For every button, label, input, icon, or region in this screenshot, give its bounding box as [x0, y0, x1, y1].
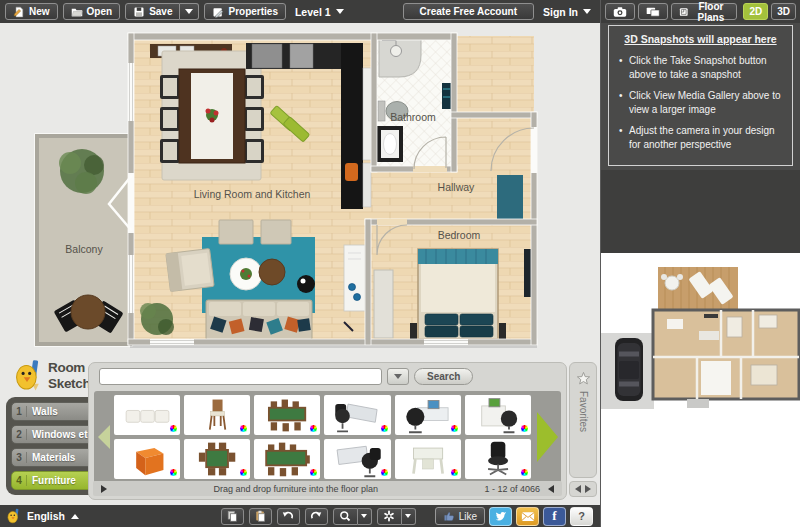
- sofa[interactable]: [206, 300, 312, 340]
- email-button[interactable]: [516, 507, 539, 526]
- floor-plans-icon: [679, 6, 688, 18]
- bedside-table[interactable]: [410, 323, 417, 339]
- media-preview-area: [601, 253, 800, 527]
- bedside-table[interactable]: [499, 323, 506, 339]
- copy-icon: [226, 510, 238, 522]
- settings-dropdown-button[interactable]: [402, 508, 416, 525]
- black-side-table[interactable]: [297, 275, 315, 293]
- view-3d-button[interactable]: 3D: [771, 3, 796, 20]
- room-label-hallway: Hallway: [438, 181, 476, 193]
- floor-plan[interactable]: Living Room and Kitchen Bathroom Hallway…: [0, 23, 600, 375]
- category-furniture[interactable]: 4 Furniture: [11, 471, 98, 490]
- room-label-balcony: Balcony: [65, 243, 103, 255]
- round-side-table[interactable]: [259, 259, 285, 285]
- twitter-bird-icon: [494, 509, 508, 523]
- save-dropdown-button[interactable]: [180, 3, 199, 20]
- color-wheel-icon: [520, 468, 529, 477]
- furniture-item-computer-desk-office-chair[interactable]: [465, 395, 531, 435]
- search-dropdown-button[interactable]: [387, 368, 409, 385]
- furniture-item-office-desk-chair[interactable]: [324, 439, 390, 479]
- help-button[interactable]: ?: [570, 507, 593, 526]
- mascot-icon: [7, 508, 21, 525]
- copy-button[interactable]: [221, 508, 244, 525]
- armchair[interactable]: [166, 248, 214, 291]
- bathroom-vanity[interactable]: [377, 126, 403, 162]
- furniture-item-seat-cushions[interactable]: [114, 395, 180, 435]
- facebook-f-icon: f: [552, 508, 556, 524]
- bottom-bar: English: [0, 505, 600, 527]
- collapse-arrow-icon[interactable]: [101, 485, 107, 493]
- save-button-group: Save: [125, 3, 199, 20]
- favorites-scroll-arrows[interactable]: [569, 481, 597, 497]
- previous-items-arrow-icon[interactable]: [98, 425, 110, 449]
- room-label-living: Living Room and Kitchen: [194, 188, 311, 200]
- search-button[interactable]: Search: [414, 368, 473, 385]
- category-windows[interactable]: 2 Windows etc.: [11, 425, 98, 444]
- furniture-item-black-office-chair[interactable]: [465, 439, 531, 479]
- dining-table[interactable]: [179, 69, 245, 163]
- bedroom-closet[interactable]: [374, 270, 393, 338]
- sign-in-label: Sign In: [543, 6, 578, 18]
- furniture-item-dining-table-six-chairs[interactable]: [254, 395, 320, 435]
- twitter-button[interactable]: [489, 507, 512, 526]
- snapshot-toolbar: Floor Plans 2D 3D: [601, 0, 800, 23]
- next-items-arrow-icon[interactable]: [537, 412, 558, 462]
- doormat[interactable]: [497, 175, 523, 219]
- bed[interactable]: [418, 249, 498, 339]
- ottoman[interactable]: [219, 220, 253, 244]
- category-walls[interactable]: 1 Walls: [11, 402, 98, 421]
- sign-in-menu[interactable]: Sign In: [539, 6, 595, 18]
- furniture-item-wooden-chair[interactable]: [184, 395, 250, 435]
- take-snapshot-button[interactable]: [605, 3, 635, 20]
- shower[interactable]: [379, 39, 421, 77]
- furniture-item-white-desk[interactable]: [395, 439, 461, 479]
- facebook-button[interactable]: f: [543, 507, 566, 526]
- like-label: Like: [459, 511, 477, 522]
- scroll-left-icon[interactable]: [575, 485, 581, 493]
- design-canvas[interactable]: Living Room and Kitchen Bathroom Hallway…: [0, 23, 600, 505]
- save-button[interactable]: Save: [125, 3, 180, 20]
- open-button[interactable]: Open: [63, 3, 121, 20]
- zoom-button[interactable]: [333, 508, 358, 525]
- paste-button[interactable]: [249, 508, 272, 525]
- wardrobe[interactable]: [524, 249, 531, 297]
- furniture-item-square-dining-table[interactable]: [184, 439, 250, 479]
- snapshot-tip: Adjust the camera in your design for ano…: [618, 124, 783, 151]
- new-button-label: New: [29, 6, 50, 17]
- settings-button[interactable]: [377, 508, 402, 525]
- category-materials[interactable]: 3 Materials: [11, 448, 98, 467]
- floor-plans-button[interactable]: Floor Plans: [671, 3, 737, 20]
- bathroom-shelf[interactable]: [442, 83, 451, 109]
- furniture-item-computer-desk-black-chair[interactable]: [395, 395, 461, 435]
- view-2d-button[interactable]: 2D: [743, 3, 768, 20]
- undo-button[interactable]: [277, 508, 300, 525]
- ottoman[interactable]: [261, 220, 291, 244]
- create-free-account-label: Create Free Account: [420, 6, 517, 17]
- redo-button[interactable]: [305, 508, 328, 525]
- language-label: English: [27, 510, 65, 522]
- social-buttons: Like f ?: [435, 507, 593, 526]
- search-input[interactable]: [99, 368, 382, 385]
- furniture-item-long-dining-table[interactable]: [254, 439, 320, 479]
- scroll-right-icon[interactable]: [585, 485, 591, 493]
- favorites-tab[interactable]: Favorites: [569, 362, 597, 478]
- zoom-dropdown-button[interactable]: [358, 508, 372, 525]
- new-button[interactable]: New: [5, 3, 58, 20]
- open-button-label: Open: [87, 6, 113, 17]
- balcony-room[interactable]: [35, 134, 132, 346]
- language-selector[interactable]: English: [7, 508, 79, 525]
- properties-button[interactable]: Properties: [204, 3, 285, 20]
- create-free-account-button[interactable]: Create Free Account: [403, 3, 534, 20]
- balcony-table[interactable]: [71, 295, 105, 329]
- zoom-tool-group: [333, 508, 372, 525]
- previous-page-icon[interactable]: [548, 485, 554, 493]
- level-selector[interactable]: Level 1: [291, 6, 348, 18]
- view-media-gallery-button[interactable]: [638, 3, 668, 20]
- facebook-like-button[interactable]: Like: [435, 507, 485, 525]
- furniture-item-orange-cube[interactable]: [114, 439, 180, 479]
- house-floor-plan: [653, 310, 799, 408]
- kitchen-stool[interactable]: [345, 163, 358, 181]
- kitchen-island[interactable]: [344, 245, 365, 311]
- furniture-item-office-desk-corner[interactable]: [324, 395, 390, 435]
- chevron-down-icon: [583, 9, 591, 14]
